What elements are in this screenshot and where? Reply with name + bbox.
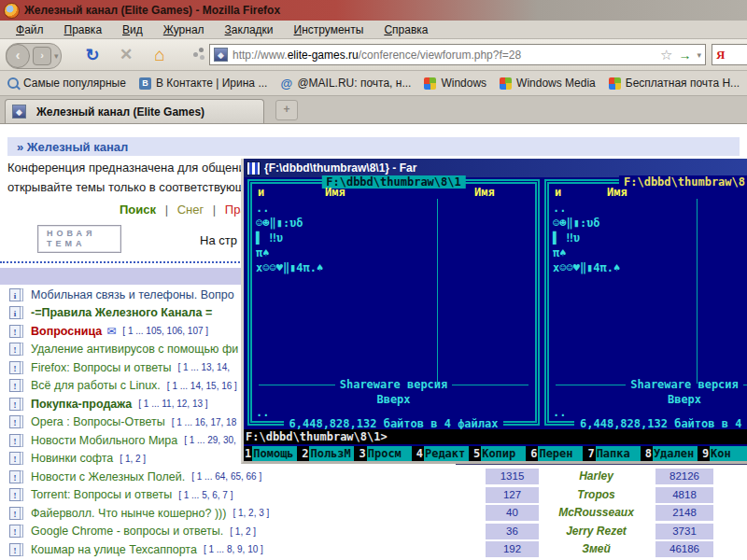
url-text[interactable]: http://www.elite-games.ru/conference/vie…	[233, 49, 657, 62]
topic-page-links[interactable]: [ 1 ... 8, 9, 10 ]	[204, 544, 263, 554]
topic-replies-count: 127	[486, 487, 539, 503]
topic-page-links[interactable]: [ 1 ... 64, 65, 66 ]	[191, 471, 261, 482]
topic-page-links[interactable]: [ 1 ... 14, 15, 16 ]	[167, 381, 237, 391]
menu-item[interactable]: Закладки	[215, 21, 284, 38]
status-file-label: Вверх	[252, 393, 535, 406]
function-key-button[interactable]: 7Папка	[586, 446, 640, 461]
topic-page-links[interactable]: [ 1 ... 29, 30,	[184, 435, 236, 445]
forum-section-title[interactable]: » Железный канал	[17, 140, 128, 154]
topic-title-link[interactable]: Покупка-продажа	[31, 398, 132, 411]
bookmark-icon	[609, 77, 621, 90]
bookmark-item[interactable]: Самые популярные	[7, 77, 126, 90]
menu-item[interactable]: Файл	[6, 21, 54, 38]
topic-title-link[interactable]: Новости Мобильного Мира	[31, 434, 177, 447]
url-bar[interactable]: ◆ http://www.elite-games.ru/conference/v…	[209, 44, 706, 65]
reload-button[interactable]: ↻	[82, 45, 103, 65]
bookmark-item[interactable]: Windows	[424, 77, 486, 90]
topic-title-link[interactable]: Мобильная связь и телефоны. Вопро	[31, 288, 234, 301]
function-key-button[interactable]: 5Копир	[472, 446, 526, 461]
function-key-button[interactable]: 6Перен	[529, 446, 583, 461]
topic-page-links[interactable]: [ 1, 2, 3 ]	[233, 508, 269, 518]
file-entry[interactable]: x☺☺♥‖▮4π.♠	[551, 260, 747, 275]
extension-icon[interactable]	[185, 45, 205, 65]
topic-last-author-link[interactable]: Змей	[543, 541, 649, 557]
topic-page-links[interactable]: [ 1 ... 16, 17, 18	[172, 417, 237, 427]
topic-page-links[interactable]: [ 1 ... 13, 14,	[177, 362, 230, 372]
far-function-keybar: 1Помощь2ПользМ3Просм4Редакт5Копир6Перен7…	[244, 446, 747, 461]
new-tab-button[interactable]: +	[275, 100, 298, 120]
topic-title-link[interactable]: -=Правила Железного Канала =	[31, 306, 212, 319]
url-dropdown-icon[interactable]: ▾	[697, 50, 701, 60]
function-key-label: Редакт	[424, 446, 469, 461]
go-arrow-icon[interactable]: →	[678, 48, 691, 63]
topic-page-links[interactable]: [ 1, 2 ]	[230, 526, 256, 537]
function-key-button[interactable]: 3Просм	[358, 446, 411, 461]
bookmark-item[interactable]: Windows Media	[500, 77, 596, 90]
topic-title-link[interactable]: Torrent: Вопросы и ответы	[31, 488, 172, 501]
bookmark-item[interactable]: Бесплатная почта Н...	[609, 77, 740, 90]
sneg-link[interactable]: Снег	[177, 203, 204, 217]
file-entry[interactable]: π♠	[551, 245, 747, 260]
bookmark-item[interactable]: В В Контакте | Ирина ...	[139, 77, 268, 90]
function-key-button[interactable]: 8Удален	[644, 446, 698, 461]
function-key-button[interactable]: 1Помощь	[244, 446, 297, 461]
file-entry[interactable]: ☺☻‖▮:υδ	[551, 216, 747, 231]
topic-title-link[interactable]: Всё для работы с Linux.	[31, 379, 161, 392]
far-right-panel-path[interactable]: F:\dbbd\thumbraw\8	[619, 175, 747, 189]
function-key-label: Удален	[653, 446, 698, 461]
new-topic-button[interactable]: НОВАЯ ТЕМА	[37, 225, 121, 253]
topic-title-link[interactable]: Вопросница	[31, 325, 102, 338]
menu-item[interactable]: Справка	[374, 21, 438, 38]
topic-page-links[interactable]: [ 1 ... 105, 106, 107 ]	[122, 326, 208, 336]
bookmark-item[interactable]: @ @MAIL.RU: почта, н...	[280, 77, 411, 90]
function-key-number: 4	[416, 446, 424, 461]
topic-title-link[interactable]: Google Chrome - вопросы и ответы.	[31, 525, 223, 538]
topic-status-icon: !	[9, 415, 23, 428]
topic-page-links[interactable]: [ 1 ... 11, 12, 13 ]	[138, 399, 207, 409]
topic-last-author-link[interactable]: Jerry Rezet	[543, 524, 649, 539]
topic-last-author-link[interactable]: McRousseaux	[543, 505, 649, 521]
function-key-button[interactable]: 4Редакт	[416, 446, 469, 461]
menu-item[interactable]: Вид	[112, 21, 153, 38]
search-link[interactable]: Поиск	[120, 203, 156, 217]
menu-item[interactable]: Инструменты	[284, 21, 374, 38]
topic-replies-count: 1315	[486, 469, 539, 484]
file-entry[interactable]: ▌ ‼υ	[254, 231, 533, 245]
topic-title-link[interactable]: Firefox: Вопросы и ответы	[31, 361, 171, 374]
topic-last-author-link[interactable]: Harley	[543, 469, 649, 484]
far-command-line[interactable]: F:\dbbd\thumbraw\8\1>	[244, 429, 747, 444]
history-dropdown-icon[interactable]: ▾	[54, 51, 59, 61]
file-entry[interactable]: ▌ ‼υ	[551, 231, 747, 245]
file-entry[interactable]: ..	[551, 201, 747, 216]
topic-last-author-link[interactable]: Tropos	[543, 487, 649, 503]
bookmark-icon	[500, 77, 512, 90]
far-titlebar[interactable]: {F:\dbbd\thumbraw\8\1} - Far	[244, 159, 747, 177]
menu-item[interactable]: Журнал	[153, 21, 215, 38]
back-button[interactable]: ‹	[6, 44, 30, 68]
function-key-button[interactable]: 2ПользМ	[301, 446, 354, 461]
topic-title-link[interactable]: Новости с Железных Полей.	[31, 470, 185, 483]
window-titlebar[interactable]: Железный канал (Elite Games) - Mozilla F…	[0, 0, 747, 21]
topic-title-link[interactable]: Новинки софта	[31, 452, 113, 465]
menu-item[interactable]: Правка	[54, 21, 113, 38]
tab-active[interactable]: ◆ Железный канал (Elite Games)	[5, 99, 264, 123]
topic-title-link[interactable]: Кошмар на улице Техсаппорта	[31, 543, 197, 556]
tab-favicon-icon: ◆	[12, 105, 26, 119]
topic-page-links[interactable]: [ 1, 2 ]	[120, 454, 146, 464]
search-input[interactable]: Я	[712, 44, 747, 65]
file-entry[interactable]: x☺☺♥‖▮4π.♠	[254, 260, 533, 275]
screen: { "window": { "title": "Железный канал (…	[0, 0, 747, 560]
file-entry[interactable]: ..	[254, 201, 533, 216]
topic-title-link[interactable]: Файерволл. Что нынче кошерно? )))	[31, 507, 226, 520]
file-entry[interactable]: ☺☻‖▮:υδ	[254, 216, 533, 231]
topic-page-links[interactable]: [ 1 ... 5, 6, 7 ]	[178, 490, 233, 500]
stop-button[interactable]: ✕	[116, 45, 136, 65]
home-button[interactable]: ⌂	[149, 45, 170, 65]
topic-title-link[interactable]: Удаление антивирусов с помощью фи	[31, 343, 238, 356]
bookmark-star-icon[interactable]: ☆	[660, 47, 672, 63]
file-entry[interactable]: π♠	[254, 245, 533, 260]
function-key-button[interactable]: 9Кон	[701, 446, 747, 461]
forward-button[interactable]: ›	[33, 47, 51, 65]
topic-title-link[interactable]: Opera : Вопросы-Ответы	[31, 415, 165, 428]
bookmark-label: Бесплатная почта Н...	[626, 77, 740, 90]
